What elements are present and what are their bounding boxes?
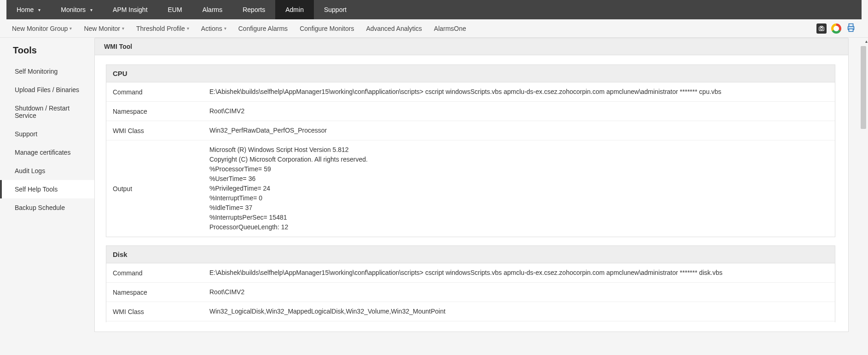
row-wmiclass: WMI Class Win32_PerfRawData_PerfOS_Proce… — [106, 121, 835, 140]
row-value: Win32_LogicalDisk,Win32_MappedLogicalDis… — [203, 302, 835, 321]
nav-label: EUM — [168, 6, 182, 13]
nav-label: Home — [17, 6, 34, 13]
section-title: CPU — [106, 65, 835, 82]
row-command: Command E:\Abishek\builds\selfhelp\AppMa… — [106, 82, 835, 102]
section-cpu: CPU Command E:\Abishek\builds\selfhelp\A… — [106, 64, 835, 237]
row-label: Namespace — [106, 102, 203, 121]
inner-scroll[interactable]: CPU Command E:\Abishek\builds\selfhelp\A… — [106, 64, 837, 322]
row-value: Win32_PerfRawData_PerfOS_Processor — [203, 121, 835, 140]
main-layout: Tools Self Monitoring Upload Files / Bin… — [0, 38, 868, 332]
nav-label: APM Insight — [113, 6, 147, 13]
subnav-configure-alarms[interactable]: Configure Alarms — [238, 25, 288, 32]
nav-label: Reports — [243, 6, 265, 13]
nav-label: Admin — [285, 6, 304, 13]
nav-label: Monitors — [61, 6, 86, 13]
row-value: Microsoft (R) Windows Script Host Versio… — [203, 321, 835, 322]
svg-rect-5 — [849, 29, 853, 32]
row-label: Command — [106, 82, 203, 101]
sidebar-item-label: Manage certificates — [15, 149, 70, 156]
subnav-advanced-analytics[interactable]: Advanced Analytics — [366, 25, 422, 32]
sidebar-item-support[interactable]: Support — [0, 125, 94, 143]
subnav-label: Configure Monitors — [300, 25, 354, 32]
sidebar-item-label: Self Help Tools — [15, 186, 58, 193]
panel-title: WMI Tool — [94, 38, 849, 55]
sidebar-item-upload-files[interactable]: Upload Files / Binaries — [0, 81, 94, 99]
sidebar-item-label: Upload Files / Binaries — [15, 86, 79, 93]
sidebar-title: Tools — [0, 45, 94, 62]
sidebar-item-label: Shutdown / Restart Service — [15, 105, 69, 119]
row-label: WMI Class — [106, 121, 203, 140]
sub-nav-left: New Monitor Group ▾ New Monitor ▾ Thresh… — [6, 25, 466, 32]
row-value: E:\Abishek\builds\selfhelp\AppManager15\… — [203, 82, 835, 101]
nav-reports[interactable]: Reports — [232, 0, 275, 19]
section-title: Disk — [106, 246, 835, 263]
panel-body: CPU Command E:\Abishek\builds\selfhelp\A… — [94, 55, 849, 332]
row-label: Command — [106, 263, 203, 282]
sidebar-item-label: Audit Logs — [15, 167, 45, 175]
row-wmiclass: WMI Class Win32_LogicalDisk,Win32_Mapped… — [106, 302, 835, 321]
subnav-threshold-profile[interactable]: Threshold Profile ▾ — [136, 25, 189, 32]
subnav-new-monitor[interactable]: New Monitor ▾ — [84, 25, 124, 32]
subnav-label: Threshold Profile — [136, 25, 185, 32]
scrollbar-thumb[interactable] — [861, 46, 866, 129]
nav-monitors[interactable]: Monitors ▾ — [51, 0, 103, 19]
nav-label: Support — [324, 6, 347, 13]
row-namespace: Namespace Root\CIMV2 — [106, 102, 835, 121]
nav-eum[interactable]: EUM — [158, 0, 192, 19]
sidebar-item-label: Backup Schedule — [15, 204, 65, 211]
sidebar-item-shutdown-restart[interactable]: Shutdown / Restart Service — [0, 99, 94, 125]
sidebar-item-self-monitoring[interactable]: Self Monitoring — [0, 62, 94, 81]
chevron-down-icon: ▾ — [90, 7, 93, 12]
subnav-label: Configure Alarms — [238, 25, 288, 32]
chevron-down-icon: ▾ — [38, 7, 41, 12]
svg-point-1 — [821, 28, 823, 30]
subnav-actions[interactable]: Actions ▾ — [201, 25, 226, 32]
subnav-label: AlarmsOne — [434, 25, 466, 32]
row-namespace: Namespace Root\CIMV2 — [106, 283, 835, 302]
browser-icon[interactable] — [831, 23, 841, 34]
nav-alarms[interactable]: Alarms — [192, 0, 233, 19]
svg-rect-2 — [821, 26, 823, 27]
sidebar-item-backup-schedule[interactable]: Backup Schedule — [0, 198, 94, 217]
sidebar-item-manage-certificates[interactable]: Manage certificates — [0, 143, 94, 162]
row-output: Output Microsoft (R) Windows Script Host… — [106, 140, 835, 237]
chevron-down-icon: ▾ — [69, 26, 72, 31]
sidebar: Tools Self Monitoring Upload Files / Bin… — [0, 38, 94, 217]
subnav-label: New Monitor Group — [12, 25, 68, 32]
row-value: E:\Abishek\builds\selfhelp\AppManager15\… — [203, 263, 835, 282]
camera-icon[interactable] — [816, 23, 827, 34]
subnav-label: New Monitor — [84, 25, 120, 32]
row-label: Namespace — [106, 283, 203, 302]
print-icon[interactable] — [846, 23, 856, 34]
sidebar-item-audit-logs[interactable]: Audit Logs — [0, 162, 94, 180]
sub-nav-right — [816, 23, 862, 34]
nav-home[interactable]: Home ▾ — [6, 0, 51, 19]
subnav-new-monitor-group[interactable]: New Monitor Group ▾ — [12, 25, 72, 32]
svg-rect-4 — [849, 24, 853, 27]
row-label: Output — [106, 140, 203, 237]
subnav-label: Advanced Analytics — [366, 25, 422, 32]
chevron-down-icon: ▾ — [224, 26, 226, 31]
nav-support[interactable]: Support — [314, 0, 357, 19]
row-value: Microsoft (R) Windows Script Host Versio… — [203, 140, 835, 237]
sidebar-item-label: Self Monitoring — [15, 68, 58, 75]
scroll-up-icon[interactable]: ▴ — [865, 39, 868, 44]
row-label: Output — [106, 321, 203, 322]
content: WMI Tool CPU Command E:\Abishek\builds\s… — [94, 38, 855, 332]
sidebar-item-label: Support — [15, 130, 37, 138]
row-value: Root\CIMV2 — [203, 102, 835, 121]
sidebar-item-self-help-tools[interactable]: Self Help Tools — [0, 180, 94, 198]
subnav-configure-monitors[interactable]: Configure Monitors — [300, 25, 354, 32]
nav-admin[interactable]: Admin — [275, 0, 314, 19]
subnav-label: Actions — [201, 25, 222, 32]
subnav-alarmsone[interactable]: AlarmsOne — [434, 25, 466, 32]
chevron-down-icon: ▾ — [187, 26, 189, 31]
row-output: Output Microsoft (R) Windows Script Host… — [106, 321, 835, 322]
nav-label: Alarms — [203, 6, 223, 13]
nav-apm-insight[interactable]: APM Insight — [103, 0, 157, 19]
row-value: Root\CIMV2 — [203, 283, 835, 302]
row-command: Command E:\Abishek\builds\selfhelp\AppMa… — [106, 263, 835, 283]
row-label: WMI Class — [106, 302, 203, 321]
sub-nav: New Monitor Group ▾ New Monitor ▾ Thresh… — [0, 19, 868, 38]
top-nav: Home ▾ Monitors ▾ APM Insight EUM Alarms… — [6, 0, 862, 19]
